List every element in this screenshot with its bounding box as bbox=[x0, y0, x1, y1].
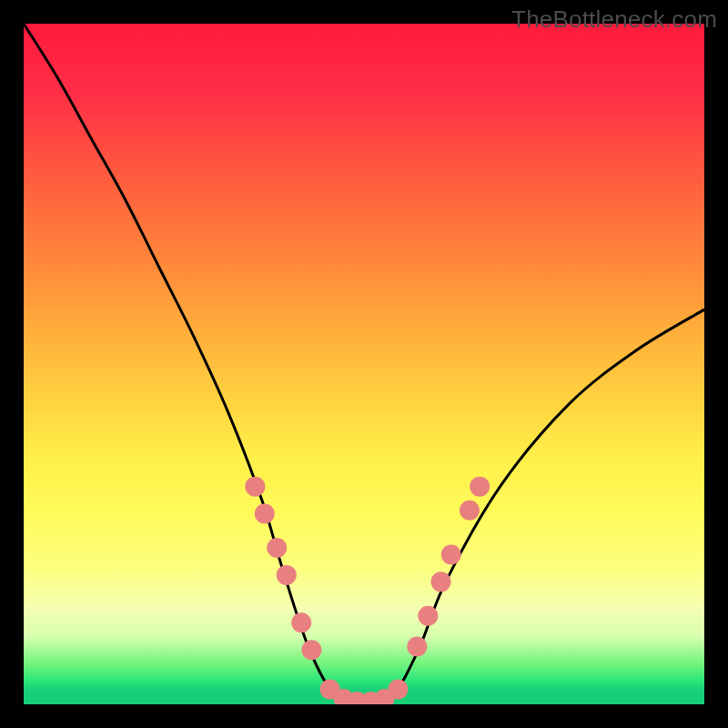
curve-marker bbox=[418, 606, 438, 626]
curve-marker bbox=[407, 636, 427, 656]
curve-markers bbox=[245, 477, 490, 704]
curve-marker bbox=[460, 500, 480, 521]
curve-marker bbox=[470, 477, 490, 497]
curve-marker bbox=[291, 612, 311, 632]
curve-marker bbox=[245, 477, 265, 497]
curve-marker bbox=[267, 538, 287, 558]
bottleneck-curve bbox=[24, 24, 704, 704]
curve-marker bbox=[431, 571, 451, 592]
curve-marker bbox=[277, 565, 297, 585]
plot-area bbox=[24, 24, 704, 704]
curve-layer bbox=[24, 24, 704, 704]
curve-marker bbox=[301, 640, 321, 660]
curve-marker bbox=[441, 544, 461, 564]
watermark-text: TheBottleneck.com bbox=[511, 5, 717, 34]
chart-frame: TheBottleneck.com bbox=[0, 0, 728, 728]
bottleneck-curve-path bbox=[24, 24, 704, 704]
curve-marker bbox=[388, 680, 408, 700]
curve-marker bbox=[255, 504, 275, 524]
